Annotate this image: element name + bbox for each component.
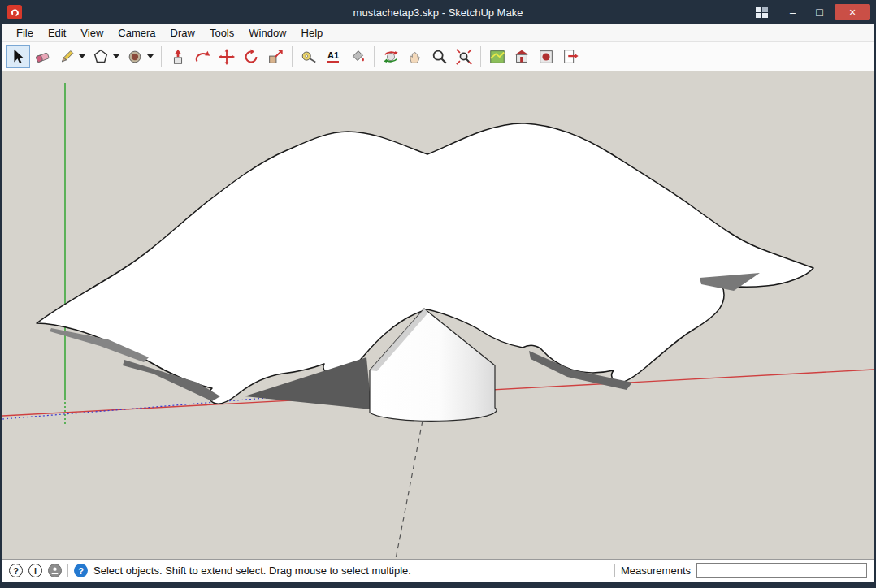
pan-hand-icon (406, 48, 424, 66)
minimize-button[interactable]: – (781, 4, 804, 20)
paint-bucket-icon (349, 48, 366, 66)
tape-measure-tool-button[interactable] (297, 45, 321, 68)
statusbar-separator (614, 564, 615, 577)
viewport-canvas[interactable] (2, 71, 874, 559)
pencil-icon (58, 48, 76, 66)
select-tool-button[interactable] (6, 45, 30, 68)
follow-me-tool-button[interactable] (190, 45, 215, 68)
scale-tool-button[interactable] (263, 45, 288, 68)
circle-tool-button[interactable] (123, 45, 147, 68)
toolbar-separator (161, 46, 162, 67)
instructor-icon[interactable]: ? (74, 564, 88, 577)
magnifier-icon (431, 48, 449, 66)
eraser-tool-button[interactable] (30, 45, 54, 68)
orbit-icon (382, 48, 400, 66)
toolbar: A1 (2, 42, 874, 71)
sketchup-logo-icon (7, 5, 22, 19)
add-location-tool-button[interactable] (485, 45, 510, 68)
menu-tools[interactable]: Tools (202, 25, 241, 41)
window-title: mustachetap3.skp - SketchUp Make (2, 6, 874, 19)
measurements-input[interactable] (696, 563, 867, 578)
push-pull-icon (169, 48, 187, 66)
menu-view[interactable]: View (73, 25, 111, 41)
pan-tool-button[interactable] (403, 45, 427, 68)
statusbar-separator (67, 564, 68, 577)
warehouse-tool-button[interactable] (510, 45, 534, 68)
status-hint-text: Select objects. Shift to extend select. … (93, 564, 411, 577)
line-tool-button[interactable] (54, 45, 79, 68)
account-icon[interactable] (48, 564, 62, 577)
menu-edit[interactable]: Edit (41, 25, 73, 41)
zoom-extents-icon (455, 48, 473, 66)
move-arrows-icon (218, 48, 236, 66)
text-tool-icon: A1 (327, 50, 339, 63)
windows-grid-icon[interactable] (756, 7, 768, 18)
menubar: File Edit View Camera Draw Tools Window … (2, 24, 874, 42)
add-location-icon (488, 48, 506, 66)
person-icon (50, 566, 59, 575)
help-icon[interactable]: ? (9, 564, 23, 577)
toolbar-separator (292, 46, 293, 67)
circle-tool-dropdown-icon[interactable] (147, 54, 154, 58)
toolbar-separator (480, 46, 481, 67)
rotate-tool-button[interactable] (239, 45, 263, 68)
sketchup-window: mustachetap3.skp - SketchUp Make – □ × F… (0, 0, 876, 588)
close-button[interactable]: × (835, 4, 870, 20)
line-tool-dropdown-icon[interactable] (79, 54, 85, 58)
zoom-tool-button[interactable] (427, 45, 452, 68)
eraser-icon (33, 48, 51, 66)
send-to-layout-tool-button[interactable] (558, 45, 583, 68)
titlebar[interactable]: mustachetap3.skp - SketchUp Make – □ × (2, 0, 874, 24)
follow-me-arrow-icon (193, 48, 211, 66)
select-arrow-icon (9, 48, 27, 66)
menu-camera[interactable]: Camera (111, 25, 163, 41)
window-body: File Edit View Camera Draw Tools Window … (2, 24, 874, 582)
shapes-tool-button[interactable] (89, 45, 113, 68)
tape-measure-icon (300, 48, 318, 66)
dashed-guide-line (396, 421, 423, 559)
send-to-layout-icon (562, 48, 579, 66)
menu-file[interactable]: File (9, 25, 41, 41)
3d-warehouse-icon (513, 48, 531, 66)
maximize-button[interactable]: □ (808, 4, 831, 20)
rotate-arrows-icon (242, 48, 260, 66)
menu-window[interactable]: Window (241, 25, 293, 41)
polygon-shape-icon (92, 48, 110, 66)
text-tool-button[interactable]: A1 (321, 45, 345, 68)
extension-warehouse-tool-button[interactable] (534, 45, 558, 68)
toolbar-separator (374, 46, 375, 67)
move-tool-button[interactable] (215, 45, 239, 68)
shapes-tool-dropdown-icon[interactable] (113, 54, 119, 58)
info-icon[interactable]: i (28, 564, 42, 577)
extension-warehouse-icon (537, 48, 555, 66)
paint-bucket-tool-button[interactable] (345, 45, 370, 68)
zoom-extents-tool-button[interactable] (452, 45, 476, 68)
push-pull-tool-button[interactable] (166, 45, 190, 68)
circle-shape-icon (126, 48, 144, 66)
orbit-tool-button[interactable] (379, 45, 403, 68)
menu-draw[interactable]: Draw (163, 25, 202, 41)
measurements-label: Measurements (621, 564, 691, 577)
statusbar: ? i ? Select objects. Shift to extend se… (2, 559, 874, 582)
menu-help[interactable]: Help (294, 25, 331, 41)
scale-icon (267, 48, 284, 66)
